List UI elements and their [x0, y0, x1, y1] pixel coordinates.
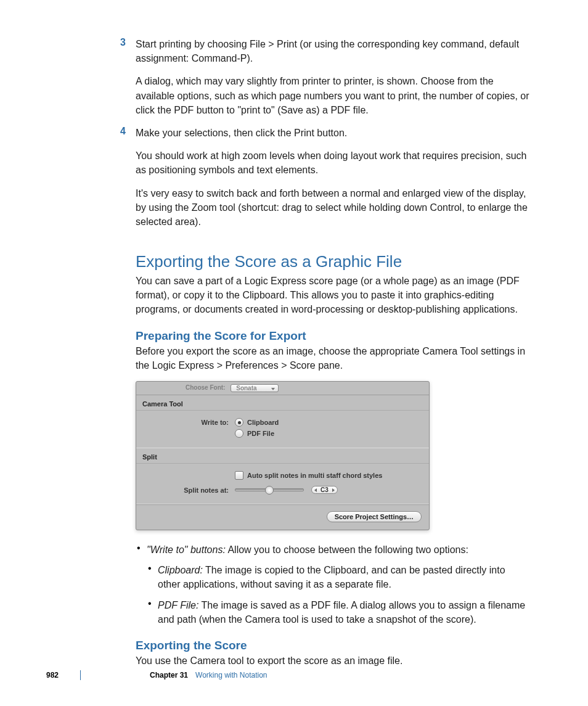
radio-pdf[interactable]: [235, 429, 243, 438]
split-slider[interactable]: [235, 488, 304, 491]
bullet-clipboard: Clipboard: The image is copied to the Cl…: [136, 563, 530, 591]
bullet-clipboard-label: Clipboard:: [158, 565, 203, 575]
step-4: 4 Make your selections, then click the P…: [136, 126, 530, 229]
step-3-text: Start printing by choosing File > Print …: [136, 37, 530, 65]
step-number: 4: [120, 126, 126, 137]
bullet-pdf: PDF File: The image is saved as a PDF fi…: [136, 598, 530, 626]
radio-pdf-label: PDF File: [247, 430, 274, 437]
heading-body: You can save a part of a Logic Express s…: [136, 274, 530, 317]
step-4-note1: You should work at high zoom levels when…: [136, 149, 530, 177]
bullet-write-to-label: "Write to" buttons:: [147, 544, 226, 555]
bullet-write-to: "Write to" buttons: Allow you to choose …: [136, 543, 530, 557]
page-number: 982: [46, 671, 80, 679]
checkbox-autosplit-label: Auto split notes in multi staff chord st…: [247, 472, 382, 479]
choose-font-label: Choose Font:: [186, 384, 225, 391]
bullet-clipboard-body: The image is copied to the Clipboard, an…: [158, 565, 505, 589]
subhead-body: Before you export the score as an image,…: [136, 344, 530, 372]
section-split: Split: [136, 448, 429, 463]
chapter-title: Working with Notation: [195, 671, 267, 679]
stepper-down-icon: [314, 488, 317, 492]
prefs-screenshot: Choose Font: Sonata Camera Tool Write to…: [136, 381, 430, 530]
score-project-settings-button[interactable]: Score Project Settings…: [327, 511, 422, 522]
step-3: 3 Start printing by choosing File > Prin…: [136, 37, 530, 117]
subhead-preparing: Preparing the Score for Export: [136, 329, 530, 343]
heading-exporting: Exporting the Score as a Graphic File: [136, 252, 530, 271]
subhead-exporting: Exporting the Score: [136, 639, 530, 652]
chapter-label: Chapter 31: [150, 671, 188, 679]
split-notes-label: Split notes at:: [142, 486, 231, 494]
font-combo[interactable]: Sonata: [231, 384, 278, 392]
write-to-label: Write to:: [142, 419, 231, 426]
stepper-up-icon: [332, 488, 335, 492]
section-camera-tool: Camera Tool: [136, 395, 429, 410]
step-4-text: Make your selections, then click the Pri…: [136, 126, 530, 140]
checkbox-autosplit[interactable]: [235, 471, 243, 480]
radio-clipboard-label: Clipboard: [247, 419, 279, 426]
subhead-exporting-body: You use the Camera tool to export the sc…: [136, 654, 530, 668]
step-4-note2: It's very easy to switch back and forth …: [136, 186, 530, 229]
bullet-write-to-body: Allow you to choose between the followin…: [226, 544, 468, 555]
radio-clipboard[interactable]: [235, 418, 243, 427]
bullet-pdf-label: PDF File:: [158, 600, 198, 610]
step-number: 3: [120, 37, 126, 48]
step-3-note: A dialog, which may vary slightly from p…: [136, 74, 530, 117]
footer-divider: [80, 670, 81, 680]
page-footer: 982 Chapter 31 Working with Notation: [46, 670, 542, 680]
split-value-stepper[interactable]: C3: [311, 486, 338, 494]
bullet-pdf-body: The image is saved as a PDF file. A dial…: [158, 600, 525, 625]
